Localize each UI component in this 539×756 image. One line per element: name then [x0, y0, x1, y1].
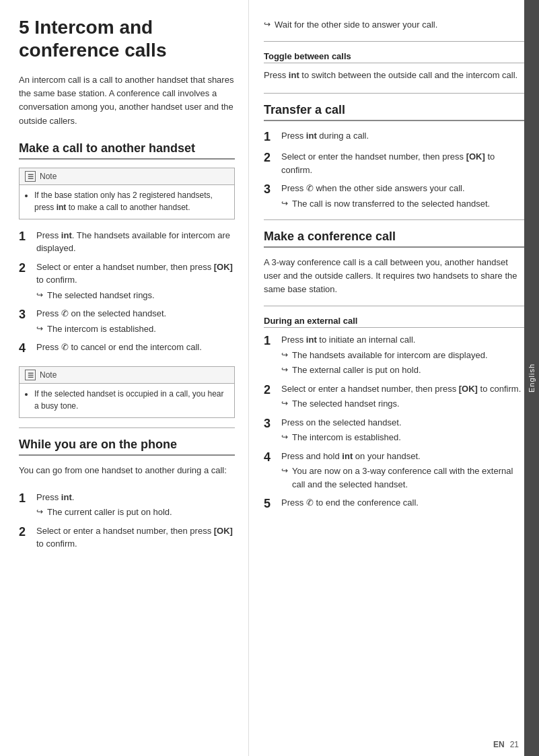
toggle-calls-text: Press int to switch between the outside …: [264, 69, 526, 82]
step-item: 2 Select or enter a handset number, then…: [264, 382, 526, 411]
wait-bullet-list: ↪ Wait for the other side to answer your…: [264, 18, 526, 32]
step-item: 1 Press int. The handsets available for …: [19, 229, 235, 255]
note-label-1: Note: [40, 172, 57, 181]
transfer-steps: 1 Press int during a call. 2 Select or e…: [264, 129, 526, 210]
step-item: 2 Select or enter the handset number, th…: [264, 150, 526, 176]
wait-bullet-item: ↪ Wait for the other side to answer your…: [264, 18, 526, 32]
note-header-1: ☰ Note: [20, 168, 234, 185]
note-item-1: If the base station only has 2 registere…: [34, 189, 229, 213]
note-box-2: ☰ Note If the selected handset is occupi…: [19, 366, 235, 418]
step-item: 5 Press ✆ to end the conference call.: [264, 496, 526, 512]
sidebar-language-label: English: [528, 364, 536, 392]
step-item: 3 Press on the selected handset. ↪ The i…: [264, 416, 526, 444]
conference-steps: 1 Press int to initiate an internal call…: [264, 333, 526, 512]
toggle-calls-heading: Toggle between calls: [264, 51, 526, 63]
step-item: 2 Select or enter a handset number, then…: [19, 261, 235, 302]
note-icon-1: ☰: [25, 171, 36, 182]
note-box-1: ☰ Note If the base station only has 2 re…: [19, 168, 235, 219]
chapter-number: 5: [19, 17, 30, 38]
note-content-1: If the base station only has 2 registere…: [20, 185, 234, 219]
footer-lang: EN: [493, 740, 505, 749]
step-item: 1 Press int to initiate an internal call…: [264, 333, 526, 377]
step-item: 2 Select or enter a handset number, then…: [19, 524, 235, 551]
note-header-2: ☰ Note: [20, 367, 234, 384]
chapter-heading: Intercom andconference calls: [19, 17, 166, 61]
transfer-call-heading: Transfer a call: [264, 103, 526, 121]
conference-intro: A 3-way conference call is a call betwee…: [264, 256, 526, 296]
note-content-2: If the selected handset is occupied in a…: [20, 384, 234, 417]
while-on-phone-steps: 1 Press int. ↪ The current caller is put…: [19, 491, 235, 551]
step-item: 4 Press and hold int on your handset. ↪ …: [264, 450, 526, 491]
during-external-call-heading: During an external call: [264, 316, 526, 328]
note-label-2: Note: [40, 370, 57, 380]
note-icon-2: ☰: [25, 370, 36, 380]
right-column: ↪ Wait for the other side to answer your…: [249, 0, 539, 756]
while-on-phone-intro: You can go from one handset to another d…: [19, 464, 235, 477]
page-footer: EN 21: [493, 740, 519, 749]
section-make-call-heading: Make a call to another handset: [19, 141, 235, 160]
footer-page: 21: [510, 740, 519, 749]
conference-call-heading: Make a conference call: [264, 230, 526, 248]
chapter-title: 5 Intercom andconference calls: [19, 16, 235, 61]
language-sidebar-tab: English: [524, 0, 539, 756]
make-call-steps: 1 Press int. The handsets available for …: [19, 229, 235, 357]
intro-text: An intercom call is a call to another ha…: [19, 73, 235, 128]
wait-bullet-text: Wait for the other side to answer your c…: [275, 18, 437, 32]
left-column: 5 Intercom andconference calls An interc…: [0, 0, 249, 756]
step-item: 1 Press int during a call.: [264, 129, 526, 145]
note-item-2: If the selected handset is occupied in a…: [34, 388, 229, 412]
step-item: 4 Press ✆ to cancel or end the intercom …: [19, 341, 235, 356]
step-item: 3 Press ✆ on the selected handset. ↪ The…: [19, 307, 235, 335]
step-item: 1 Press int. ↪ The current caller is put…: [19, 491, 235, 519]
step-item: 3 Press ✆ when the other side answers yo…: [264, 182, 526, 210]
section-while-on-phone-heading: While you are on the phone: [19, 438, 235, 456]
